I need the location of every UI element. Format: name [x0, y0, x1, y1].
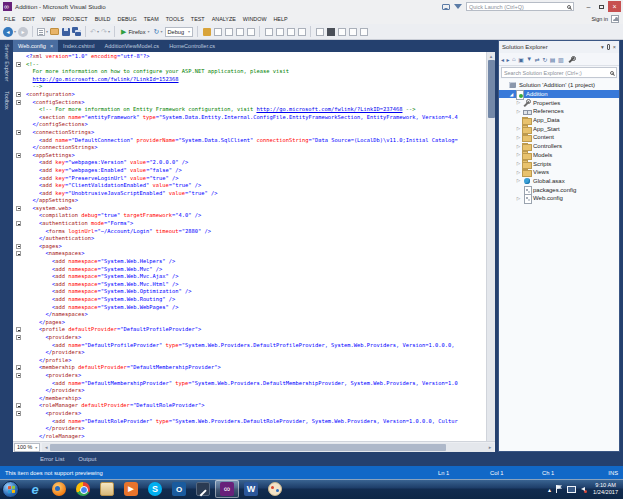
- outline-icon[interactable]: [348, 27, 357, 37]
- collapse-region-icon[interactable]: [16, 251, 21, 256]
- tree-item-controllers[interactable]: ▷Controllers: [499, 142, 619, 151]
- taskbar-clock[interactable]: 9:10 AM 1/24/2017: [593, 482, 618, 496]
- menu-item-window[interactable]: WINDOW: [243, 16, 267, 22]
- action-center-icon[interactable]: [555, 485, 563, 493]
- display-whitespace-icon[interactable]: [326, 27, 335, 37]
- code-line[interactable]: <add namespace="System.Web.Helpers" />: [13, 258, 486, 266]
- expand-arrow-icon[interactable]: ▷: [515, 135, 522, 140]
- code-line[interactable]: <add key="UnobtrusiveJavaScriptEnabled" …: [13, 190, 486, 198]
- redo-icon[interactable]: ↷▾: [101, 27, 110, 37]
- code-editor[interactable]: <?xml version="1.0" encoding="utf-8"?><!…: [13, 52, 495, 452]
- code-line[interactable]: <providers>: [13, 410, 486, 418]
- code-line[interactable]: <pages>: [13, 243, 486, 251]
- home-icon[interactable]: ⌂: [512, 56, 516, 62]
- sign-in-link[interactable]: Sign in: [592, 16, 608, 22]
- code-line[interactable]: <add namespace="System.Web.Optimization"…: [13, 288, 486, 296]
- close-panel-icon[interactable]: ×: [613, 44, 616, 50]
- collapse-region-icon[interactable]: [16, 130, 21, 135]
- collapse-region-icon[interactable]: [16, 153, 21, 158]
- bottom-tab-error-list[interactable]: Error List: [40, 456, 64, 462]
- code-line[interactable]: </namespaces>: [13, 311, 486, 319]
- comment-icon[interactable]: [235, 27, 244, 37]
- code-line[interactable]: <add name="DefaultRoleProvider" type="Sy…: [13, 418, 486, 426]
- bookmark-icon[interactable]: [264, 27, 273, 37]
- vertical-scrollbar[interactable]: ▴: [486, 52, 495, 441]
- firefox-icon[interactable]: [47, 480, 71, 498]
- code-line[interactable]: <roleManager defaultProvider="DefaultRol…: [13, 402, 486, 410]
- menu-item-tools[interactable]: TOOLS: [166, 16, 184, 22]
- tree-item-global-asax[interactable]: ▷Global.asax: [499, 177, 619, 186]
- code-line[interactable]: </providers>: [13, 387, 486, 395]
- format-document-icon[interactable]: [315, 27, 324, 37]
- menu-item-project[interactable]: PROJECT: [62, 16, 87, 22]
- tool-window-tab-server-explorer[interactable]: Server Explorer: [4, 44, 10, 81]
- zoom-level-dropdown[interactable]: 100 % ▾: [14, 443, 40, 452]
- horizontal-scroll-thumb[interactable]: [50, 444, 446, 451]
- refresh-icon[interactable]: ↻: [542, 56, 547, 63]
- collapse-region-icon[interactable]: [16, 221, 21, 226]
- menu-item-team[interactable]: TEAM: [144, 16, 159, 22]
- window-position-icon[interactable]: ▾: [601, 44, 604, 50]
- close-button[interactable]: ×: [608, 1, 621, 12]
- code-line[interactable]: <add name="DefaultMembershipProvider" ty…: [13, 380, 486, 388]
- scroll-right-icon[interactable]: ▸: [486, 444, 494, 450]
- vertical-scroll-thumb[interactable]: [488, 60, 495, 118]
- new-file-icon[interactable]: ▾: [37, 27, 48, 37]
- collapse-region-icon[interactable]: [16, 403, 21, 408]
- show-all-files-icon[interactable]: ▥: [558, 56, 564, 63]
- code-line[interactable]: -->: [13, 83, 486, 91]
- code-line[interactable]: <namespaces>: [13, 250, 486, 258]
- prev-bookmark-icon[interactable]: [275, 27, 284, 37]
- menu-item-help[interactable]: HELP: [273, 16, 287, 22]
- code-line[interactable]: </providers>: [13, 425, 486, 433]
- code-line[interactable]: <add key="webpages:Version" value="2.0.0…: [13, 159, 486, 167]
- expand-arrow-icon[interactable]: ▷: [515, 100, 522, 105]
- code-line[interactable]: <add namespace="System.Web.Mvc.Ajax" />: [13, 273, 486, 281]
- code-line[interactable]: <add namespace="System.Web.Mvc" />: [13, 266, 486, 274]
- code-line[interactable]: <configuration>: [13, 91, 486, 99]
- volume-icon[interactable]: [579, 485, 587, 493]
- collapse-all-icon[interactable]: ▤: [550, 56, 556, 63]
- code-line[interactable]: </providers>: [13, 349, 486, 357]
- tree-item-content[interactable]: ▷Content: [499, 133, 619, 142]
- menu-item-view[interactable]: VIEW: [42, 16, 56, 22]
- save-icon[interactable]: [61, 27, 70, 37]
- notifications-icon[interactable]: [454, 4, 462, 13]
- tree-item-packages-config[interactable]: packages.config: [499, 185, 619, 194]
- find-in-files-icon[interactable]: [202, 27, 211, 37]
- tree-item-models[interactable]: ▷Models: [499, 151, 619, 160]
- start-button[interactable]: [2, 481, 19, 498]
- windows-explorer-icon[interactable]: [95, 480, 119, 498]
- chrome-icon[interactable]: [71, 480, 95, 498]
- bottom-tab-output[interactable]: Output: [78, 456, 96, 462]
- code-line[interactable]: <!-- For more information on Entity Fram…: [13, 106, 486, 114]
- close-tab-icon[interactable]: ×: [50, 43, 53, 49]
- code-line[interactable]: <system.web>: [13, 205, 486, 213]
- code-line[interactable]: </configSections>: [13, 121, 486, 129]
- tab-additionviewmodel-cs[interactable]: AdditionViewModel.cs: [100, 40, 165, 52]
- expand-arrow-icon[interactable]: ▷: [515, 178, 522, 183]
- solution-explorer-header[interactable]: Solution Explorer ▾ ×: [499, 41, 619, 53]
- collapse-region-icon[interactable]: [16, 92, 21, 97]
- code-line[interactable]: <add key="PreserveLoginUrl" value="true"…: [13, 175, 486, 183]
- visual-studio-icon[interactable]: ∞: [215, 480, 239, 498]
- code-line[interactable]: <add name="DefaultConnection" providerNa…: [13, 137, 486, 145]
- code-surface[interactable]: <?xml version="1.0" encoding="utf-8"?><!…: [13, 52, 486, 441]
- menu-item-analyze[interactable]: ANALYZE: [212, 16, 236, 22]
- code-line[interactable]: <section name="entityFramework" type="Sy…: [13, 114, 486, 122]
- code-line[interactable]: <profile defaultProvider="DefaultProfile…: [13, 326, 486, 334]
- media-player-icon[interactable]: ▶: [119, 480, 143, 498]
- next-bookmark-icon[interactable]: [286, 27, 295, 37]
- tree-item-scripts[interactable]: ▷Scripts: [499, 159, 619, 168]
- collapse-region-icon[interactable]: [16, 365, 21, 370]
- code-line[interactable]: <forms loginUrl="~/Account/Login" timeou…: [13, 228, 486, 236]
- solution-explorer-search-input[interactable]: Search Solution Explorer (Ctrl+;): [501, 67, 617, 78]
- outlook-icon[interactable]: O: [167, 480, 191, 498]
- code-line[interactable]: <compilation debug="true" targetFramewor…: [13, 212, 486, 220]
- scroll-left-icon[interactable]: ◂: [42, 444, 50, 450]
- tree-item-app-data[interactable]: App_Data: [499, 116, 619, 125]
- indent-icon[interactable]: [213, 27, 222, 37]
- code-line[interactable]: <!--: [13, 61, 486, 69]
- feedback-icon[interactable]: [442, 4, 450, 10]
- tab-homecontroller-cs[interactable]: HomeController.cs: [164, 40, 220, 52]
